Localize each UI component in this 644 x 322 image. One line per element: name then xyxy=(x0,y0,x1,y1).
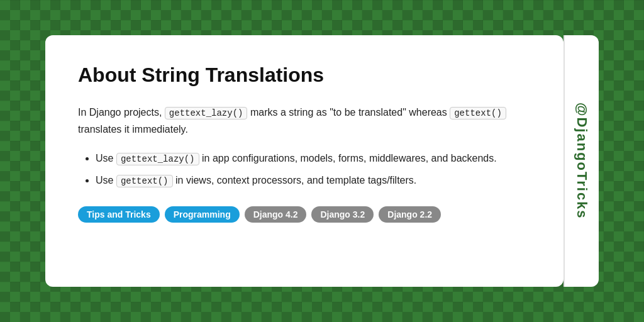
code-gettext-lazy-inline: gettext_lazy() xyxy=(165,107,248,119)
intro-text-part3: translates it immediately. xyxy=(78,124,188,135)
tag-django-42[interactable]: Django 4.2 xyxy=(245,206,307,223)
tags-container: Tips and Tricks Programming Django 4.2 D… xyxy=(78,206,531,223)
sidebar-brand: @DjangoTricks xyxy=(564,35,599,287)
page-title: About String Translations xyxy=(78,63,531,87)
list-item-2-prefix: Use xyxy=(96,175,116,186)
list-item: Use gettext() in views, context processo… xyxy=(96,172,531,189)
card-wrapper: About String Translations In Django proj… xyxy=(45,35,599,287)
tag-tips-and-tricks[interactable]: Tips and Tricks xyxy=(78,206,160,223)
intro-paragraph: In Django projects, gettext_lazy() marks… xyxy=(78,104,531,138)
code-gettext-list: gettext() xyxy=(116,175,173,187)
tag-django-22[interactable]: Django 2.2 xyxy=(379,206,441,223)
list-item-1-suffix: in app configurations, models, forms, mi… xyxy=(199,153,497,164)
bullet-list: Use gettext_lazy() in app configurations… xyxy=(96,150,531,189)
list-item-2-suffix: in views, context processors, and templa… xyxy=(173,175,417,186)
tag-django-32[interactable]: Django 3.2 xyxy=(311,206,374,223)
list-item-1-prefix: Use xyxy=(96,153,116,164)
content-card: About String Translations In Django proj… xyxy=(45,35,564,287)
code-gettext-lazy-list: gettext_lazy() xyxy=(116,153,199,165)
list-item: Use gettext_lazy() in app configurations… xyxy=(96,150,531,167)
tag-programming[interactable]: Programming xyxy=(165,206,240,223)
code-gettext-inline: gettext() xyxy=(450,107,506,119)
intro-text-part1: In Django projects, xyxy=(78,107,165,118)
intro-text-part2: marks a string as "to be translated" whe… xyxy=(247,107,450,118)
